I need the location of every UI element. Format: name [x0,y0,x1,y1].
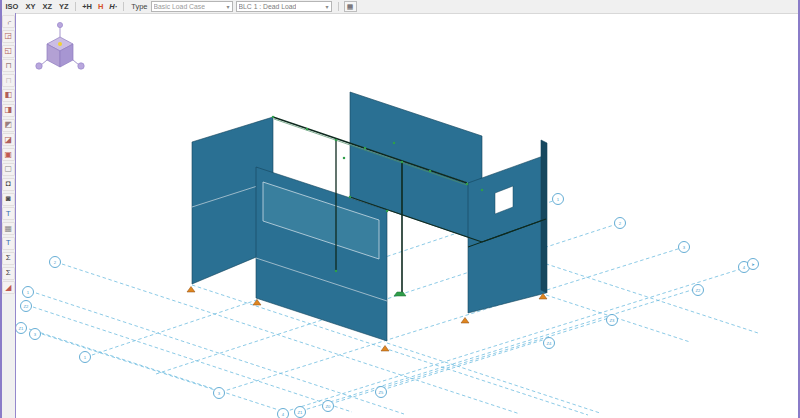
node-marker[interactable] [393,142,395,144]
model-canvas[interactable]: 21Z2Z13134Z1Z0Z5123Z2Z3Z44➤ [16,13,798,418]
support-marker-orange[interactable] [187,287,195,293]
grid-label: Z2 [21,301,32,312]
view-button-xz[interactable]: XZ [39,2,56,11]
add-wall-icon[interactable]: ◧ [2,89,15,102]
grid-label: 4 [278,409,289,418]
node-marker[interactable] [401,161,403,163]
navcube-axis-z [57,22,62,27]
node-marker[interactable] [386,210,388,212]
grid-label: Z5 [376,387,387,398]
navcube-origin-dot [58,42,62,46]
add-node-icon[interactable]: ⌌ [2,15,15,28]
load-case-dropdown[interactable]: BLC 1 : Dead Load ▾ [236,1,332,12]
add-beam-icon[interactable]: ◱ [2,45,15,58]
node-marker[interactable] [335,270,337,272]
svg-text:Z5: Z5 [379,390,385,395]
grid-line [546,295,690,342]
svg-text:Z3: Z3 [610,318,616,323]
grid-label: Z1 [295,407,306,418]
view-button-xy[interactable]: XY [22,2,39,11]
svg-text:Z2: Z2 [24,304,30,309]
right-wall[interactable] [468,155,546,313]
top-toolbar: ISOXYXZYZ +HHH· Type Basic Load Case ▾ B… [2,0,798,14]
lock-icon[interactable]: ◘ [2,178,15,191]
svg-text:Z0: Z0 [326,404,332,409]
view-buttons-group: ISOXYXZYZ [2,2,72,11]
hide-show-buttons-group: +HHH· [79,2,120,11]
support-marker-orange[interactable] [461,318,469,324]
grid-label: 1 [553,194,564,205]
navigation-cube[interactable] [34,21,86,75]
navcube-axis-y [78,63,84,69]
application-window: ISOXYXZYZ +HHH· Type Basic Load Case ▾ B… [0,0,800,418]
filter-icon[interactable]: T [2,207,15,220]
chevron-down-icon: ▾ [326,3,329,10]
grid-label: ➤ [748,259,759,270]
view-button-yz[interactable]: YZ [56,2,73,11]
image-icon[interactable]: ▦ [2,222,15,235]
add-panel-icon[interactable]: ◪ [2,133,15,146]
node-marker[interactable] [349,196,351,198]
node-marker[interactable] [272,116,274,118]
svg-text:Z1: Z1 [298,410,304,415]
toolbar-separator [338,2,339,11]
grid-label: Z0 [323,401,334,412]
results-chart-icon[interactable]: ◢ [2,281,15,294]
toolbar-separator [123,2,124,11]
sidebar-divider [15,13,17,418]
grid-line [192,285,588,415]
calculator-icon: ▦ [347,3,354,11]
node-marker[interactable] [466,183,468,185]
navcube-axis-x [36,63,42,69]
grid-label: 3 [30,329,41,340]
add-load-icon[interactable]: ▣ [2,148,15,161]
hide-show-button-3[interactable]: H· [106,2,120,11]
grid-line [42,334,221,392]
sum-icon[interactable]: Σ [2,252,15,265]
svg-text:➤: ➤ [751,262,755,267]
node-marker[interactable] [481,189,483,191]
grid-label: 1 [80,352,91,363]
add-member-icon[interactable]: ◲ [2,30,15,43]
node-marker[interactable] [335,139,337,141]
grid-line [29,329,288,413]
grid-label: 1 [23,287,34,298]
toolbar-separator [75,2,76,11]
svg-text:Z2: Z2 [696,288,702,293]
add-column-icon[interactable]: ⊓ [2,59,15,72]
grid-label: Z4 [544,338,555,349]
node-marker[interactable] [429,170,431,172]
support-marker-orange[interactable] [381,346,389,352]
load-case-value: BLC 1 : Dead Load [239,3,297,10]
support-marker-orange[interactable] [253,300,261,306]
window-border-left [0,0,2,418]
add-slab-icon[interactable]: ◩ [2,119,15,132]
3d-model-scene[interactable]: 21Z2Z13134Z1Z0Z5123Z2Z3Z44➤ [16,13,798,418]
view-button-iso[interactable]: ISO [2,2,22,11]
node-marker[interactable] [343,157,345,159]
add-opening-icon[interactable]: ◨ [2,104,15,117]
copy-icon[interactable]: ▢ [2,163,15,176]
right-wall-edge-strip[interactable] [541,140,547,293]
add-plate-icon[interactable]: ⊓ [2,74,15,87]
left-tool-sidebar: ⌌◲◱⊓⊓◧◨◩◪▣▢◘◙T▦TΣΣ◢ [2,13,15,418]
hide-show-button-1[interactable]: +H [79,2,95,11]
grid-label: 2 [615,218,626,229]
grid-label: Z3 [607,315,618,326]
support-marker-green[interactable] [394,292,406,296]
grid-label: 3 [679,242,690,253]
hide-show-button-2[interactable]: H [95,2,106,11]
calculator-button[interactable]: ▦ [344,1,357,12]
filter-alt-icon[interactable]: T [2,237,15,250]
grid-label: 2 [50,257,61,268]
unlock-icon[interactable]: ◙ [2,193,15,206]
grid-label: Z1 [16,323,27,334]
svg-text:Z4: Z4 [547,341,553,346]
svg-text:Z1: Z1 [19,326,25,331]
grid-label: Z2 [693,285,704,296]
node-marker[interactable] [306,128,308,130]
chevron-down-icon: ▾ [227,3,230,10]
sum-alt-icon[interactable]: Σ [2,267,15,280]
node-marker[interactable] [364,147,366,149]
load-case-type-dropdown[interactable]: Basic Load Case ▾ [151,1,233,12]
